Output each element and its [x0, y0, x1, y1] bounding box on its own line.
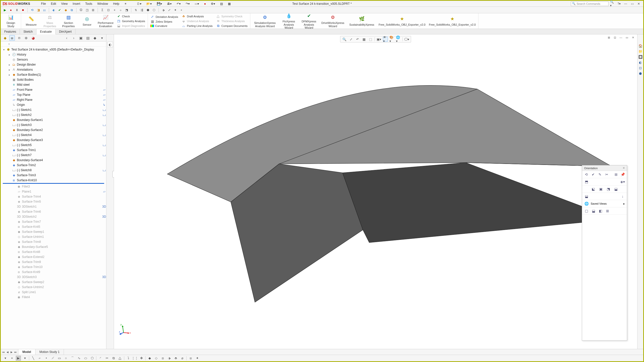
sketch-spline-icon[interactable]: ∿ — [76, 356, 82, 361]
tool-17-icon[interactable]: ⇶ — [139, 8, 144, 13]
vp-restore-icon[interactable]: ▭ — [625, 35, 629, 39]
zebra-stripes-button[interactable]: ▥Zebra Stripes — [150, 19, 179, 24]
vp-close-icon[interactable]: ✕ — [631, 35, 635, 39]
tool-20-icon[interactable]: ⬗ — [161, 8, 166, 13]
hud-scene-icon[interactable]: 🌐▾ — [396, 37, 401, 42]
rollback-bar[interactable] — [3, 183, 104, 184]
sketch-t2-icon[interactable]: ◇ — [154, 356, 159, 361]
obj-exporter-2-button[interactable]: ★Free_SolidWorks_OBJ_Exporter_v2.0 — [428, 15, 476, 27]
macro-pause-icon[interactable]: ⏸ — [14, 8, 19, 13]
vp-win-2-icon[interactable]: ⊡ — [613, 35, 617, 39]
menu-view[interactable]: View — [59, 1, 70, 7]
hud-orientation-icon[interactable]: ⬚ — [368, 37, 373, 42]
thickness-analysis-button[interactable]: ≋Thickness Analysis — [216, 19, 248, 23]
tree-row[interactable]: ▸◆Surface Bodies(1) — [1, 72, 106, 77]
draft-analysis-button[interactable]: ⬘Draft Analysis — [181, 14, 213, 19]
hud-zoom-area-icon[interactable]: ⤢ — [348, 37, 353, 42]
tree-row[interactable]: ◈Surface-Trim8 — [1, 239, 106, 244]
deviation-analysis-button[interactable]: ⤢Deviation Analysis — [150, 15, 179, 19]
import-diagnostics-button[interactable]: ⬓Import Diagnostics — [116, 24, 146, 28]
hud-view-settings-icon[interactable]: 🖵▾ — [404, 37, 409, 42]
orient-front-icon[interactable]: ▣ — [598, 187, 603, 191]
taskpane-appearance2-icon[interactable]: ◐ — [638, 60, 643, 65]
sketch-t3-icon[interactable]: ⧈ — [160, 356, 165, 361]
taskpane-home-icon[interactable]: 🏠 — [638, 43, 643, 48]
sketch-point-icon[interactable]: • — [44, 356, 49, 361]
tree-row[interactable]: ◆Boundary-Surface4 — [1, 158, 106, 163]
orient-pin-icon[interactable]: 📌 — [621, 172, 625, 177]
orient-back-icon[interactable]: ⬓ — [614, 187, 618, 191]
sketch-move-icon[interactable]: ✥ — [139, 356, 144, 361]
vp-minimize-icon[interactable]: — — [619, 35, 623, 39]
sketch-pattern-icon[interactable]: ⋮⋮ — [132, 356, 137, 361]
tree-row[interactable]: ◇Surface-Untrim1 — [1, 234, 106, 239]
tree-row[interactable]: ◈Surface-Trim5 — [1, 199, 106, 204]
status-3-icon[interactable]: ▾ — [22, 356, 27, 361]
qat-rebuild-icon[interactable]: ● — [202, 1, 208, 7]
performance-evaluation-button[interactable]: 📈Performance Evaluation — [98, 14, 114, 28]
sustainabilityxpress-button[interactable]: 🌿SustainabilityXpress — [348, 15, 376, 27]
sketch-line-icon[interactable]: ╲ — [31, 356, 36, 361]
tool-13-icon[interactable]: ⌖ — [112, 8, 117, 13]
taskpane-view-icon[interactable]: 🔲 — [638, 54, 643, 59]
section-properties-button[interactable]: ▨Section Properties — [60, 14, 76, 28]
tree-tool-1-icon[interactable]: ◆ — [2, 35, 8, 41]
tool-12-icon[interactable]: ⊡ — [106, 8, 111, 13]
orient-top-icon[interactable]: ⬒ — [584, 179, 589, 184]
tab-dimxpert[interactable]: DimXpert — [56, 29, 75, 34]
tree-tool-feature-tree-icon[interactable]: ≣ — [9, 35, 15, 41]
tree-row[interactable]: ◉Fillet4 — [1, 295, 106, 300]
window-close-icon[interactable]: ✕ — [636, 2, 641, 6]
tree-row[interactable]: ⌴(-) Sketch7⌴ — [1, 153, 106, 158]
tree-row[interactable]: ◎Sensors — [1, 57, 106, 62]
orient-tool-3-icon[interactable]: ✎ — [598, 172, 602, 177]
menu-insert[interactable]: Insert — [70, 1, 83, 7]
tree-row[interactable]: ▸🕘History — [1, 52, 106, 57]
tree-row[interactable]: ◆Surface-Extend2 — [1, 254, 106, 259]
sketch-rect-icon[interactable]: ▭ — [57, 356, 62, 361]
sketch-corner-icon[interactable]: ⌐ — [37, 356, 42, 361]
qat-layout1-icon[interactable]: ▤ — [218, 1, 225, 7]
orient-tool-5-icon[interactable]: ⊞ — [614, 172, 618, 177]
menu-window[interactable]: Window — [95, 1, 111, 7]
sketch-circle-icon[interactable]: ○ — [63, 356, 68, 361]
tree-row[interactable]: ⌴(-) Sketch5⌴ — [1, 143, 106, 148]
tree-row[interactable]: ◆Boundary-Surface3 — [1, 138, 106, 143]
bottom-tab-motion-study[interactable]: Motion Study 1 — [35, 349, 64, 355]
sketch-t4-icon[interactable]: ⬗ — [167, 356, 172, 361]
feature-tree-body[interactable]: ▾ ⬢ Test Surface 24 k-transition_v005 (D… — [1, 47, 106, 349]
qat-layout2-icon[interactable]: ▦ — [225, 1, 233, 7]
qat-save-icon[interactable]: 💾▾ — [154, 1, 165, 7]
orient-iso-icon[interactable]: ◈▾ — [620, 179, 625, 184]
menu-edit[interactable]: Edit — [48, 1, 59, 7]
qat-new-icon[interactable]: 🗋▾ — [134, 1, 144, 7]
status-1-icon[interactable]: ▾ — [3, 356, 8, 361]
viewport-4-icon[interactable]: ⊞ — [605, 209, 610, 213]
menu-help[interactable]: Help — [111, 1, 122, 7]
tree-row[interactable]: ▣Solid Bodies — [1, 77, 106, 82]
vp-win-1-icon[interactable]: ⊞ — [607, 35, 611, 39]
tree-row[interactable]: ◆Surface-Sweep2 — [1, 280, 106, 285]
tree-nav-back-icon[interactable]: ‹ — [64, 35, 69, 41]
tree-row[interactable]: ▱Right Plane▱ — [1, 97, 106, 102]
viewport-2h-icon[interactable]: ⬓ — [591, 209, 596, 213]
tree-row[interactable]: ◈Surface-Trim6 — [1, 209, 106, 214]
sketch-fillet-icon[interactable]: ◜ — [98, 356, 103, 361]
status-play-icon[interactable]: ▶ — [16, 356, 21, 361]
sketch-ellipse-icon[interactable]: ⬭ — [83, 356, 88, 361]
sketch-poly-icon[interactable]: ⬠ — [90, 356, 95, 361]
tree-row[interactable]: ⧈Surface-Knit5 — [1, 224, 106, 229]
tool-4-icon[interactable]: ⬖ — [51, 8, 56, 13]
qat-redo-icon[interactable]: ↷▾ — [183, 1, 192, 7]
window-minimize-icon[interactable]: — — [623, 2, 628, 6]
tree-row[interactable]: 3D3DSketch13D — [1, 204, 106, 209]
qat-open-icon[interactable]: 📂▾ — [144, 1, 154, 7]
simulationxpress-button[interactable]: ⚙SimulationXpress Analysis Wizard — [252, 14, 277, 28]
sketch-convert-icon[interactable]: ⤵ — [126, 356, 131, 361]
hud-display-style-icon[interactable]: ▣▾ — [376, 37, 381, 42]
menu-tools[interactable]: Tools — [83, 1, 95, 7]
help-icon[interactable]: ?▾ — [617, 2, 622, 6]
driveworksxpress-button[interactable]: ⚙DriveWorksXpress Wizard — [320, 14, 345, 28]
sensor-button[interactable]: ◎Sensor — [79, 15, 95, 27]
sketch-arc-icon[interactable]: ⌒ — [70, 356, 75, 361]
